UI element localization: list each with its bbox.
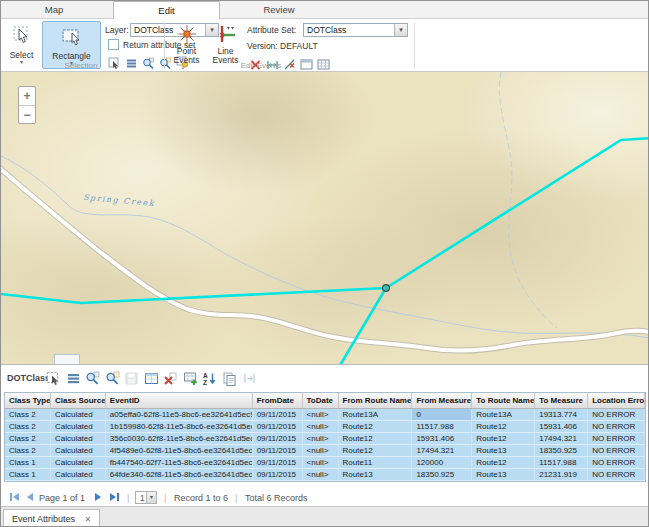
cell[interactable]: 64fde340-62f8-11e5-8bc6-ee32641d5ec9 xyxy=(106,469,253,480)
cell[interactable]: Calculated xyxy=(51,469,106,480)
cell[interactable]: Route13 xyxy=(472,445,535,456)
cell[interactable]: Route13 xyxy=(339,469,413,480)
cell[interactable]: 17494.321 xyxy=(412,445,472,456)
route-event-northeast[interactable] xyxy=(386,138,649,288)
cell[interactable]: 120000 xyxy=(412,457,472,468)
cell[interactable]: Route12 xyxy=(472,421,535,432)
cell[interactable]: NO ERROR xyxy=(588,421,645,432)
cell[interactable]: NO ERROR xyxy=(588,409,645,420)
cell[interactable]: Route12 xyxy=(472,433,535,444)
table-row[interactable]: Class 1Calculatedfb447540-62f7-11e5-8bc6… xyxy=(5,457,645,469)
cell[interactable]: Calculated xyxy=(51,445,106,456)
route-event-south[interactable] xyxy=(339,288,386,364)
cell[interactable]: 18350.925 xyxy=(412,469,472,480)
column-header[interactable]: ToDate xyxy=(303,393,339,408)
cell[interactable]: 09/11/2015 xyxy=(253,457,303,468)
cell[interactable]: a05effa0-62f8-11e5-8bc6-ee32641d5ec9 xyxy=(106,409,253,420)
last-page-icon[interactable] xyxy=(109,492,120,504)
column-header[interactable]: Class Source xyxy=(51,393,106,408)
zoom-to-record-icon[interactable] xyxy=(85,371,100,386)
column-header[interactable]: FromDate xyxy=(253,393,303,408)
cell[interactable]: Route13A xyxy=(339,409,413,420)
cell[interactable]: NO ERROR xyxy=(588,445,645,456)
tab-event-attributes[interactable]: Event Attributes ✕ xyxy=(3,509,100,527)
close-tab-icon[interactable]: ✕ xyxy=(85,515,92,524)
route-event-west[interactable] xyxy=(1,288,386,303)
cell[interactable]: 356c0030-62f8-11e5-8bc6-ee32641d5ec9 xyxy=(106,433,253,444)
cell[interactable]: 09/11/2015 xyxy=(253,445,303,456)
table-row[interactable]: Class 1Calculated64fde340-62f8-11e5-8bc6… xyxy=(5,469,645,481)
column-header[interactable]: To Route Name xyxy=(472,393,535,408)
cell[interactable]: NO ERROR xyxy=(588,433,645,444)
delete-record-icon[interactable] xyxy=(163,371,178,386)
route-junction-marker[interactable] xyxy=(383,285,390,292)
cell[interactable]: Route12 xyxy=(339,433,413,444)
cell[interactable]: 15931.406 xyxy=(535,421,588,432)
pan-to-record-icon[interactable] xyxy=(105,371,120,386)
cell[interactable]: 4f5489e0-62f8-11e5-8bc6-ee32641d5ec9 xyxy=(106,445,253,456)
cell[interactable]: <null> xyxy=(303,433,339,444)
cell[interactable]: fb447540-62f7-11e5-8bc6-ee32641d5ec9 xyxy=(106,457,253,468)
cell[interactable]: 09/11/2015 xyxy=(253,433,303,444)
cell[interactable]: 11517.988 xyxy=(535,457,588,468)
cell[interactable]: Class 2 xyxy=(5,433,51,444)
cell[interactable]: Class 2 xyxy=(5,421,51,432)
cell[interactable]: 09/11/2015 xyxy=(253,421,303,432)
next-page-icon[interactable] xyxy=(94,492,103,504)
attribute-set-dropdown[interactable]: DOTClass ▾ xyxy=(303,23,408,37)
cell[interactable]: <null> xyxy=(303,409,339,420)
table-row[interactable]: Class 2Calculated356c0030-62f8-11e5-8bc6… xyxy=(5,433,645,445)
cell[interactable]: 15931.406 xyxy=(412,433,472,444)
cell[interactable]: NO ERROR xyxy=(588,457,645,468)
previous-page-icon[interactable] xyxy=(25,492,34,504)
cell[interactable]: Class 2 xyxy=(5,409,51,420)
cell[interactable]: <null> xyxy=(303,421,339,432)
cell[interactable]: 09/11/2015 xyxy=(253,469,303,480)
select-records-icon[interactable] xyxy=(46,371,61,386)
cell[interactable]: 21231.919 xyxy=(535,469,588,480)
map-canvas[interactable]: Spring Creek + − xyxy=(1,72,649,364)
column-header[interactable]: From Route Name xyxy=(339,393,413,408)
cell[interactable]: 1b159980-62f8-11e5-8bc6-ee32641d5ec9 xyxy=(106,421,253,432)
cell[interactable]: 09/11/2015 xyxy=(253,409,303,420)
tab-map[interactable]: Map xyxy=(21,1,87,19)
table-row[interactable]: Class 2Calculated1b159980-62f8-11e5-8bc6… xyxy=(5,421,645,433)
cell[interactable]: Class 2 xyxy=(5,445,51,456)
panel-collapse-button[interactable] xyxy=(54,354,80,364)
table-view-icon[interactable] xyxy=(144,371,159,386)
save-icon[interactable] xyxy=(124,371,139,386)
dock-panel-icon[interactable] xyxy=(242,371,257,386)
column-header[interactable]: Class Type xyxy=(5,393,51,408)
zoom-out-button[interactable]: − xyxy=(19,106,35,125)
cell[interactable]: Class 1 xyxy=(5,469,51,480)
cell[interactable]: 19313.774 xyxy=(535,409,588,420)
cell[interactable]: 0 xyxy=(412,409,472,420)
column-header[interactable]: To Measure xyxy=(535,393,588,408)
tab-review[interactable]: Review xyxy=(223,1,335,19)
column-header[interactable]: Location Error xyxy=(588,393,645,408)
sort-icon[interactable]: AZ xyxy=(202,371,217,386)
cell[interactable]: Route13A xyxy=(472,409,535,420)
add-record-icon[interactable] xyxy=(183,371,198,386)
cell[interactable]: Route13 xyxy=(472,469,535,480)
cell[interactable]: Calculated xyxy=(51,409,106,420)
cell[interactable]: Route12 xyxy=(472,457,535,468)
attribute-list-icon[interactable] xyxy=(66,371,81,386)
column-header[interactable]: From Measure xyxy=(412,393,472,408)
cell[interactable]: 18350.925 xyxy=(535,445,588,456)
attribute-set-dropdown-arrow-icon[interactable]: ▾ xyxy=(394,24,407,36)
page-number-dropdown[interactable]: 1 ▾ xyxy=(135,491,157,504)
cell[interactable]: <null> xyxy=(303,445,339,456)
cell[interactable]: NO ERROR xyxy=(588,469,645,480)
cell[interactable]: Route12 xyxy=(339,421,413,432)
first-page-icon[interactable] xyxy=(9,492,20,504)
cell[interactable]: Calculated xyxy=(51,457,106,468)
cell[interactable]: Calculated xyxy=(51,421,106,432)
column-header[interactable]: EventID xyxy=(106,393,253,408)
copy-record-icon[interactable] xyxy=(222,371,237,386)
tab-edit[interactable]: Edit xyxy=(113,1,220,19)
cell[interactable]: Route12 xyxy=(339,445,413,456)
cell[interactable]: 11517.988 xyxy=(412,421,472,432)
cell[interactable]: Class 1 xyxy=(5,457,51,468)
table-row[interactable]: Class 2Calculated4f5489e0-62f8-11e5-8bc6… xyxy=(5,445,645,457)
